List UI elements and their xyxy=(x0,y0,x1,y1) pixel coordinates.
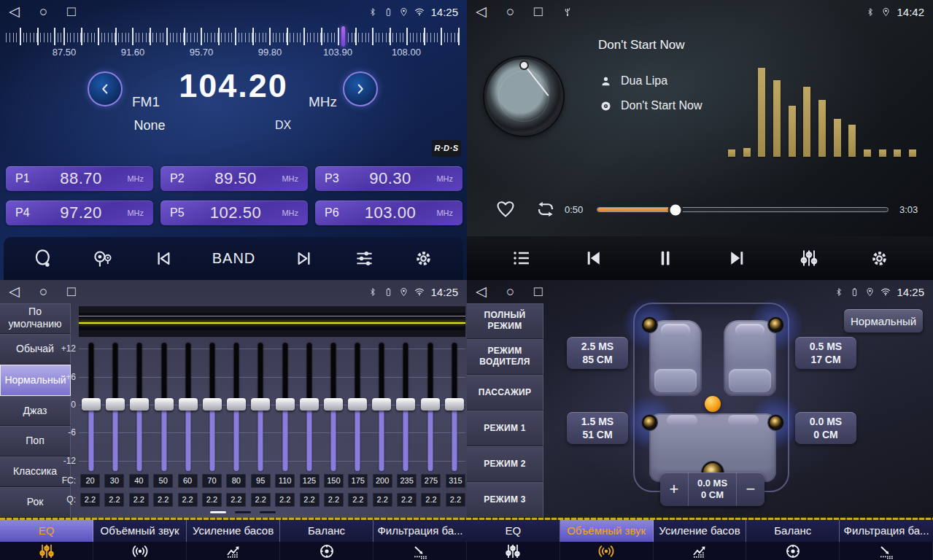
nav-back-button[interactable]: ◁ xyxy=(476,0,487,23)
playlist-button[interactable] xyxy=(507,247,536,269)
listening-position-marker[interactable] xyxy=(705,396,721,412)
eq-band-slider[interactable] xyxy=(274,343,296,471)
eq-band-slider[interactable] xyxy=(177,343,199,471)
soundfield-mode-item[interactable]: ПАССАЖИР xyxy=(467,375,543,411)
tab-filter[interactable]: Фильтрация ба... xyxy=(840,520,933,560)
eq-band-slider[interactable] xyxy=(395,343,417,471)
broadcast-button[interactable] xyxy=(88,248,117,270)
nav-home-button[interactable]: ○ xyxy=(506,280,514,303)
tab-balance[interactable]: Баланс xyxy=(746,520,840,560)
eq-band-slider[interactable] xyxy=(104,343,126,471)
eq-band-slider[interactable] xyxy=(419,343,441,471)
frequency-scale[interactable] xyxy=(6,26,461,47)
preset-button[interactable]: P4 97.20 MHz xyxy=(6,201,153,225)
settings-button[interactable] xyxy=(409,248,438,269)
slider-handle[interactable] xyxy=(82,398,101,411)
eq-band-slider[interactable] xyxy=(444,343,465,471)
delay-increase-button[interactable]: + xyxy=(660,472,688,506)
favorite-button[interactable] xyxy=(491,198,520,220)
eq-band-slider[interactable] xyxy=(80,343,102,471)
preset-button[interactable]: P3 90.30 MHz xyxy=(315,166,462,191)
soundfield-mode-item[interactable]: ПОЛНЫЙ РЕЖИМ xyxy=(467,303,543,339)
eq-band-slider[interactable] xyxy=(347,343,368,471)
nav-recents-button[interactable]: □ xyxy=(67,280,75,303)
audio-settings-button[interactable] xyxy=(794,247,824,269)
soundfield-mode-item[interactable]: РЕЖИМ ВОДИТЕЛЯ xyxy=(467,339,543,375)
eq-band-slider[interactable] xyxy=(128,343,150,471)
nav-recents-button[interactable]: □ xyxy=(534,280,542,303)
nav-home-button[interactable]: ○ xyxy=(39,280,47,303)
slider-handle[interactable] xyxy=(106,398,125,411)
nav-back-button[interactable]: ◁ xyxy=(476,280,487,303)
slider-handle[interactable] xyxy=(155,398,174,411)
slider-handle[interactable] xyxy=(203,398,222,411)
preset-button[interactable]: P5 102.50 MHz xyxy=(160,201,308,225)
slider-handle[interactable] xyxy=(227,398,246,411)
nav-home-button[interactable]: ○ xyxy=(39,0,47,23)
nav-back-button[interactable]: ◁ xyxy=(9,280,20,303)
audio-settings-button[interactable] xyxy=(350,248,379,269)
slider-handle[interactable] xyxy=(251,398,270,411)
slider-handle[interactable] xyxy=(276,398,295,411)
front-right-delay[interactable]: 0.5 MS 17 CM xyxy=(795,337,856,369)
preset-button[interactable]: P1 88.70 MHz xyxy=(6,166,153,191)
rear-right-speaker[interactable] xyxy=(768,415,783,430)
tab-bass-boost[interactable]: Усиление басов xyxy=(654,520,747,560)
eq-band-slider[interactable] xyxy=(298,343,320,471)
band-label: FM1 xyxy=(132,94,160,110)
slider-handle[interactable] xyxy=(421,398,440,411)
rear-right-delay[interactable]: 0.0 MS 0 CM xyxy=(795,412,856,444)
tab-balance[interactable]: Баланс xyxy=(280,520,373,560)
slider-handle[interactable] xyxy=(445,398,464,411)
band-button[interactable]: BAND xyxy=(208,249,260,268)
soundfield-mode-item[interactable]: РЕЖИМ 1 xyxy=(467,411,543,446)
tab-filter[interactable]: Фильтрация ба... xyxy=(373,520,467,560)
nav-home-button[interactable]: ○ xyxy=(506,0,514,23)
progress-bar[interactable] xyxy=(597,207,889,212)
prev-station-button[interactable] xyxy=(149,248,177,269)
eq-band-slider[interactable] xyxy=(322,343,344,471)
soundfield-preset-button[interactable]: Нормальный xyxy=(844,309,923,332)
soundfield-mode-item[interactable]: РЕЖИМ 2 xyxy=(467,446,543,482)
progress-thumb[interactable] xyxy=(670,204,681,215)
slider-handle[interactable] xyxy=(300,398,319,411)
delay-decrease-button[interactable]: − xyxy=(737,472,764,506)
eq-band-slider[interactable] xyxy=(225,343,247,471)
preset-button[interactable]: P6 103.00 MHz xyxy=(315,201,462,225)
tab-surround[interactable]: Объёмный звук xyxy=(560,520,654,560)
nav-recents-button[interactable]: □ xyxy=(67,0,75,23)
tune-up-button[interactable] xyxy=(343,71,378,106)
next-track-button[interactable] xyxy=(722,246,753,270)
previous-track-button[interactable] xyxy=(578,246,608,270)
scan-button[interactable] xyxy=(29,248,58,269)
slider-handle[interactable] xyxy=(324,398,343,411)
soundfield-mode-item[interactable]: РЕЖИМ 3 xyxy=(467,482,543,518)
preset-button[interactable]: P2 89.50 MHz xyxy=(160,166,308,191)
front-left-delay[interactable]: 2.5 MS 85 CM xyxy=(567,337,628,369)
next-station-button[interactable] xyxy=(290,248,319,269)
tab-bass-boost[interactable]: Усиление басов xyxy=(187,520,280,560)
rear-left-delay[interactable]: 1.5 MS 51 CM xyxy=(567,412,628,444)
tune-down-button[interactable] xyxy=(88,71,123,106)
eq-band-slider[interactable] xyxy=(371,343,392,471)
tab-eq[interactable]: EQ xyxy=(0,520,93,560)
eq-band-slider[interactable] xyxy=(153,343,175,471)
tab-eq[interactable]: EQ xyxy=(467,520,560,560)
eq-band-slider[interactable] xyxy=(249,343,271,471)
nav-recents-button[interactable]: □ xyxy=(534,0,542,23)
nav-back-button[interactable]: ◁ xyxy=(9,0,20,23)
slider-handle[interactable] xyxy=(396,398,415,411)
repeat-button[interactable] xyxy=(531,198,560,220)
rear-left-speaker[interactable] xyxy=(642,415,657,430)
slider-handle[interactable] xyxy=(372,398,391,411)
settings-button[interactable] xyxy=(865,248,894,269)
eq-preset-item[interactable]: По умолчанию xyxy=(0,303,71,334)
front-left-speaker[interactable] xyxy=(642,317,657,332)
front-right-speaker[interactable] xyxy=(768,317,783,332)
slider-handle[interactable] xyxy=(179,398,198,411)
tab-surround[interactable]: Объёмный звук xyxy=(93,520,187,560)
pause-button[interactable] xyxy=(650,246,681,270)
slider-handle[interactable] xyxy=(130,398,149,411)
slider-handle[interactable] xyxy=(348,398,367,411)
eq-band-slider[interactable] xyxy=(201,343,223,471)
